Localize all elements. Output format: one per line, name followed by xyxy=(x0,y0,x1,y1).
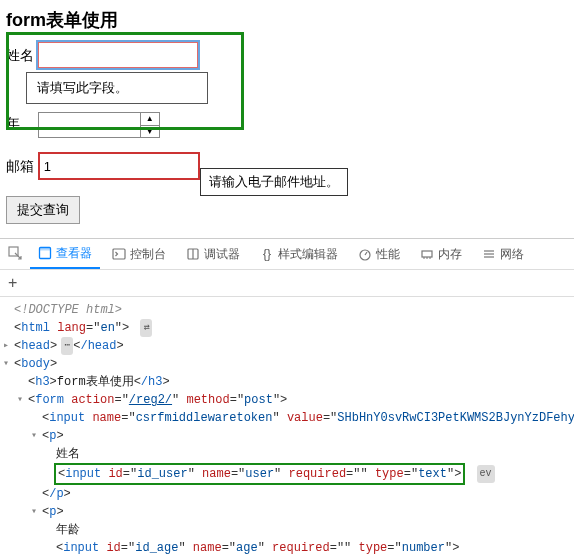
memory-icon xyxy=(420,247,434,261)
dom-text-name[interactable]: 姓名 xyxy=(0,445,574,463)
dom-form-open[interactable]: ▾ <form action="/reg2/" method="post"> xyxy=(0,391,574,409)
twisty-expanded-icon[interactable]: ▾ xyxy=(28,503,40,521)
pointer-select-icon[interactable] xyxy=(4,246,26,263)
email-validation-tooltip: 请输入电子邮件地址。 xyxy=(200,168,348,196)
spinner-up-icon[interactable]: ▲ xyxy=(141,113,159,126)
style-editor-icon: {} xyxy=(260,247,274,261)
label-age: 年 xyxy=(6,115,34,133)
console-icon xyxy=(112,247,126,261)
dom-h3[interactable]: <h3>form表单使用</h3> xyxy=(0,373,574,391)
twisty-expanded-icon[interactable]: ▾ xyxy=(0,355,12,373)
svg-line-7 xyxy=(365,252,367,255)
dom-body-open[interactable]: ▾ <body> xyxy=(0,355,574,373)
dom-text-age[interactable]: 年龄 xyxy=(0,521,574,539)
svg-rect-8 xyxy=(422,251,432,257)
add-panel-button[interactable]: + xyxy=(8,274,17,292)
performance-icon xyxy=(358,247,372,261)
dom-doctype[interactable]: <!DOCTYPE html> xyxy=(0,301,574,319)
dom-csrf-input[interactable]: <input name="csrfmiddlewaretoken" value=… xyxy=(0,409,574,427)
tab-inspector[interactable]: 查看器 xyxy=(30,239,100,269)
svg-rect-3 xyxy=(113,249,125,259)
tab-style-editor[interactable]: {} 样式编辑器 xyxy=(252,239,346,269)
tab-network[interactable]: 网络 xyxy=(474,239,532,269)
name-validation-tooltip: 请填写此字段。 xyxy=(26,72,208,104)
tab-style-label: 样式编辑器 xyxy=(278,246,338,263)
tab-performance[interactable]: 性能 xyxy=(350,239,408,269)
annotation-box-green-inline: <input id="id_user" name="user" required… xyxy=(54,463,465,485)
email-input[interactable] xyxy=(38,152,200,180)
dom-input-age[interactable]: <input id="id_age" name="age" required="… xyxy=(0,539,574,555)
row-name: 姓名 请填写此字段。 xyxy=(6,42,568,68)
network-icon xyxy=(482,247,496,261)
svg-rect-2 xyxy=(40,248,51,251)
tab-performance-label: 性能 xyxy=(376,246,400,263)
ellipsis-badge-icon: ⋯ xyxy=(61,337,73,355)
dom-head[interactable]: ▸ <head>⋯</head> xyxy=(0,337,574,355)
tab-console[interactable]: 控制台 xyxy=(104,239,174,269)
debugger-icon xyxy=(186,247,200,261)
tab-console-label: 控制台 xyxy=(130,246,166,263)
dom-tree[interactable]: <!DOCTYPE html> <html lang="en"> ⇄ ▸ <he… xyxy=(0,297,574,555)
label-name: 姓名 xyxy=(6,47,34,65)
age-input[interactable]: ▲ ▼ xyxy=(38,112,160,138)
dom-p1-open[interactable]: ▾ <p> xyxy=(0,427,574,445)
tab-network-label: 网络 xyxy=(500,246,524,263)
twisty-expanded-icon[interactable]: ▾ xyxy=(28,427,40,445)
page-root: form表单使用 姓名 请填写此字段。 年 ▲ ▼ 邮箱 提交查询 请输入电子邮… xyxy=(0,0,574,555)
tab-memory[interactable]: 内存 xyxy=(412,239,470,269)
tab-inspector-label: 查看器 xyxy=(56,245,92,262)
dom-p1-close[interactable]: </p> xyxy=(0,485,574,503)
spinner-down-icon[interactable]: ▼ xyxy=(141,126,159,138)
inspector-icon xyxy=(38,246,52,260)
devtools-subbar: + xyxy=(0,270,574,297)
row-age: 年 ▲ ▼ xyxy=(6,112,568,138)
scroll-badge-icon: ⇄ xyxy=(140,319,152,337)
row-submit: 提交查询 xyxy=(6,196,568,224)
devtools-toolbar: 查看器 控制台 调试器 {} 样式编辑器 xyxy=(0,239,574,270)
tab-memory-label: 内存 xyxy=(438,246,462,263)
twisty-expanded-icon[interactable]: ▾ xyxy=(14,391,26,409)
tab-debugger-label: 调试器 xyxy=(204,246,240,263)
dom-html-open[interactable]: <html lang="en"> ⇄ xyxy=(0,319,574,337)
devtools-panel: 查看器 控制台 调试器 {} 样式编辑器 xyxy=(0,238,574,555)
name-input[interactable] xyxy=(38,42,198,68)
dom-input-user[interactable]: <input id="id_user" name="user" required… xyxy=(0,463,574,485)
tab-debugger[interactable]: 调试器 xyxy=(178,239,248,269)
event-badge-icon: ev xyxy=(477,465,495,483)
twisty-collapsed-icon[interactable]: ▸ xyxy=(0,337,12,355)
dom-p2-open[interactable]: ▾ <p> xyxy=(0,503,574,521)
number-spinner[interactable]: ▲ ▼ xyxy=(140,113,159,137)
document-pane: form表单使用 姓名 请填写此字段。 年 ▲ ▼ 邮箱 提交查询 请输入电子邮… xyxy=(0,0,574,238)
label-email: 邮箱 xyxy=(6,158,34,176)
page-title: form表单使用 xyxy=(6,8,568,32)
submit-button[interactable]: 提交查询 xyxy=(6,196,80,224)
